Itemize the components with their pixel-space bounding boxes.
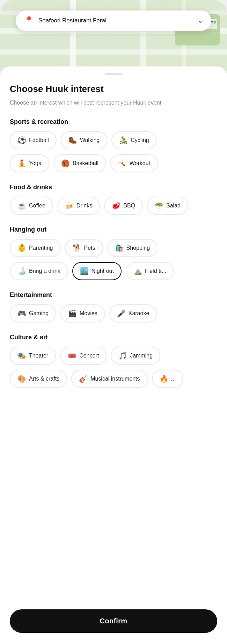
chip-label-workout: Workout — [130, 160, 150, 167]
section-food: Food & drinks ☕ Coffee 🍻 Drinks 🥩 BBQ 🥗 … — [10, 184, 217, 215]
chip-gaming[interactable]: 🎮 Gaming — [10, 304, 56, 323]
chip-shopping[interactable]: 🛍️ Shopping — [107, 239, 158, 257]
yoga-emoji: 🧘 — [17, 159, 26, 168]
page-title: Choose Huuk interest — [10, 84, 217, 94]
chip-label-jamming: Jamming — [130, 353, 153, 359]
walking-emoji: 🥾 — [68, 136, 77, 144]
football-emoji: ⚽ — [17, 136, 26, 144]
chips-row-entertainment-1: 🎮 Gaming 🎬 Movies 🎤 Karaoke — [10, 304, 217, 323]
chip-workout[interactable]: 🤸 Workout — [110, 154, 158, 172]
section-title-culture: Culture & art — [10, 334, 217, 341]
section-title-food: Food & drinks — [10, 184, 217, 191]
location-pin-icon: 📍 — [24, 16, 34, 25]
cycling-emoji: 🚴 — [119, 136, 128, 144]
extra-emoji: 🔥 — [160, 375, 168, 383]
chip-label-extra: ... — [171, 376, 176, 382]
chip-movies[interactable]: 🎬 Movies — [60, 304, 105, 323]
chip-basketball[interactable]: 🏀 Basketball — [53, 154, 106, 172]
gaming-emoji: 🎮 — [17, 309, 26, 318]
phone-container: State Archivesin Rijeka 📍 Seafood Restau… — [0, 0, 227, 644]
chips-row-sports-1: ⚽ Football 🥾 Walking 🚴 Cycling — [10, 131, 217, 149]
chip-label-yoga: Yoga — [29, 160, 42, 167]
chip-label-movies: Movies — [80, 310, 97, 317]
salad-emoji: 🥗 — [155, 201, 163, 210]
chips-row-culture-2: 🎨 Arts & crafts 🎸 Musical instruments 🔥 … — [10, 370, 217, 388]
chevron-down-icon: ⌄ — [198, 17, 203, 24]
chip-theater[interactable]: 🎭 Theater — [10, 347, 56, 365]
chip-yoga[interactable]: 🧘 Yoga — [10, 154, 49, 172]
chips-row-food-1: ☕ Coffee 🍻 Drinks 🥩 BBQ 🥗 Salad — [10, 197, 217, 215]
chip-label-bring-a-drink: Bring a drink — [29, 268, 60, 274]
parenting-emoji: 👶 — [17, 244, 26, 252]
chip-football[interactable]: ⚽ Football — [10, 131, 57, 149]
workout-emoji: 🤸 — [118, 159, 127, 168]
chip-label-bbq: BBQ — [123, 203, 135, 209]
chip-label-theater: Theater — [29, 353, 48, 359]
chip-drinks[interactable]: 🍻 Drinks — [57, 197, 100, 215]
musical-instruments-emoji: 🎸 — [79, 375, 88, 383]
chip-label-parenting: Parenting — [29, 245, 53, 251]
chip-label-basketball: Basketball — [73, 160, 98, 167]
chip-label-concert: Concert — [79, 353, 99, 359]
pets-emoji: 🐕 — [73, 244, 81, 252]
chip-label-field-trip: Field tr... — [145, 268, 166, 274]
chip-label-arts-crafts: Arts & crafts — [29, 376, 59, 382]
chip-parenting[interactable]: 👶 Parenting — [10, 239, 61, 257]
chip-bbq[interactable]: 🥩 BBQ — [104, 197, 143, 215]
bbq-emoji: 🥩 — [112, 201, 120, 210]
section-entertainment: Entertainment 🎮 Gaming 🎬 Movies 🎤 Karaok… — [10, 291, 217, 323]
chip-concert[interactable]: 🎟️ Concert — [60, 347, 107, 365]
confirm-bar: Confirm — [0, 602, 227, 644]
basketball-emoji: 🏀 — [61, 159, 70, 168]
chip-label-gaming: Gaming — [29, 310, 49, 317]
chip-label-cycling: Cycling — [131, 137, 149, 143]
chip-jamming[interactable]: 🎵 Jamming — [111, 347, 160, 365]
chip-label-musical-instruments: Musical instruments — [90, 376, 140, 382]
chip-extra[interactable]: 🔥 ... — [152, 370, 183, 388]
chip-pets[interactable]: 🐕 Pets — [65, 239, 103, 257]
chip-label-salad: Salad — [166, 203, 181, 209]
page-subtitle: Choose an interest which will best repre… — [10, 99, 217, 107]
coffee-emoji: ☕ — [17, 201, 26, 210]
chip-label-football: Football — [29, 137, 49, 143]
concert-emoji: 🎟️ — [68, 352, 76, 360]
section-hangout: Hanging out 👶 Parenting 🐕 Pets 🛍️ Shoppi… — [10, 226, 217, 280]
chip-field-trip[interactable]: ⛰️ Field tr... — [126, 262, 174, 280]
section-culture: Culture & art 🎭 Theater 🎟️ Concert 🎵 Jam… — [10, 334, 217, 388]
jamming-emoji: 🎵 — [118, 352, 127, 360]
chip-karaoke[interactable]: 🎤 Karaoke — [109, 304, 157, 323]
section-sports: Sports & recreation ⚽ Football 🥾 Walking… — [10, 118, 217, 172]
field-trip-emoji: ⛰️ — [133, 267, 142, 275]
section-title-sports: Sports & recreation — [10, 118, 217, 126]
chip-label-drinks: Drinks — [76, 203, 92, 209]
chip-label-karaoke: Karaoke — [129, 310, 149, 317]
drag-handle — [105, 73, 122, 75]
chip-walking[interactable]: 🥾 Walking — [61, 131, 107, 149]
bottom-sheet: Choose Huuk interest Choose an interest … — [0, 66, 227, 644]
chip-musical-instruments[interactable]: 🎸 Musical instruments — [71, 370, 147, 388]
section-title-hangout: Hanging out — [10, 226, 217, 233]
night-out-emoji: 🏙️ — [80, 267, 89, 275]
movies-emoji: 🎬 — [68, 309, 77, 318]
arts-crafts-emoji: 🎨 — [17, 375, 26, 383]
chip-label-shopping: Shopping — [126, 245, 150, 251]
chip-coffee[interactable]: ☕ Coffee — [10, 197, 53, 215]
chips-row-hangout-2: 🍶 Bring a drink 🏙️ Night out ⛰️ Field tr… — [10, 262, 217, 280]
shopping-emoji: 🛍️ — [115, 244, 124, 252]
chip-cycling[interactable]: 🚴 Cycling — [111, 131, 156, 149]
chips-row-culture-1: 🎭 Theater 🎟️ Concert 🎵 Jamming — [10, 347, 217, 365]
chips-row-hangout-1: 👶 Parenting 🐕 Pets 🛍️ Shopping — [10, 239, 217, 257]
confirm-button[interactable]: Confirm — [10, 609, 217, 633]
chip-night-out[interactable]: 🏙️ Night out — [72, 262, 122, 280]
theater-emoji: 🎭 — [17, 352, 26, 360]
chip-label-coffee: Coffee — [29, 203, 45, 209]
karaoke-emoji: 🎤 — [117, 309, 126, 318]
location-bar[interactable]: 📍 Seafood Restaurant Feral ⌄ — [16, 10, 211, 31]
chip-label-pets: Pets — [84, 245, 95, 251]
chips-row-sports-2: 🧘 Yoga 🏀 Basketball 🤸 Workout — [10, 154, 217, 172]
chip-arts-crafts[interactable]: 🎨 Arts & crafts — [10, 370, 67, 388]
chip-salad[interactable]: 🥗 Salad — [147, 197, 188, 215]
drinks-emoji: 🍻 — [65, 201, 74, 210]
bring-a-drink-emoji: 🍶 — [17, 267, 26, 275]
chip-bring-a-drink[interactable]: 🍶 Bring a drink — [10, 262, 68, 280]
